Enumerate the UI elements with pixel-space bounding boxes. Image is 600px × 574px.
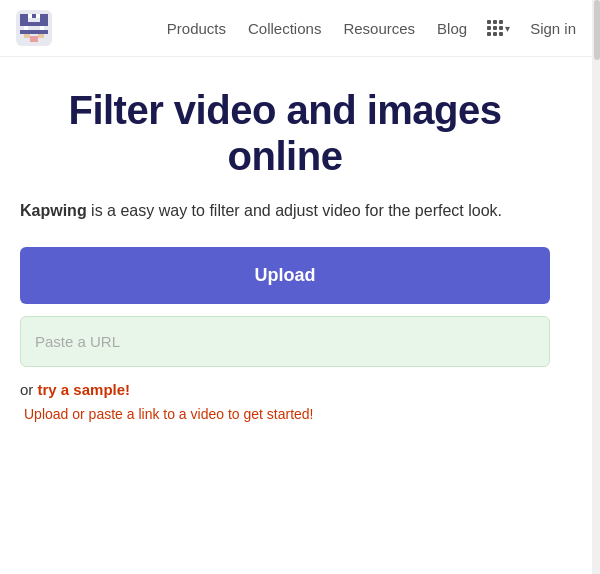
logo[interactable] [16, 10, 52, 46]
nav-collections[interactable]: Collections [240, 16, 329, 41]
svg-rect-10 [24, 34, 30, 38]
nav-products[interactable]: Products [159, 16, 234, 41]
svg-rect-1 [20, 14, 28, 22]
svg-rect-12 [30, 36, 38, 42]
svg-rect-5 [40, 14, 48, 22]
or-label: or [20, 381, 38, 398]
scrollbar-thumb[interactable] [594, 0, 600, 60]
nav-resources[interactable]: Resources [335, 16, 423, 41]
svg-rect-8 [40, 26, 44, 30]
nav-blog[interactable]: Blog [429, 16, 475, 41]
hero-title: Filter video and images online [20, 87, 550, 179]
scrollbar[interactable] [592, 0, 600, 574]
svg-rect-7 [24, 26, 28, 30]
nav-apps-button[interactable]: ▾ [481, 16, 516, 40]
helper-text: Upload or paste a link to a video to get… [20, 406, 550, 422]
sign-in-link[interactable]: Sign in [522, 16, 584, 41]
svg-rect-9 [20, 30, 48, 34]
brand-name: Kapwing [20, 202, 87, 219]
chevron-down-icon: ▾ [505, 23, 510, 34]
url-input[interactable] [20, 316, 550, 367]
main-content: Filter video and images online Kapwing i… [0, 57, 570, 442]
svg-rect-11 [38, 34, 44, 38]
or-sample-text: or try a sample! [20, 381, 550, 398]
svg-rect-2 [28, 14, 32, 18]
nav-links: Products Collections Resources Blog ▾ Si… [159, 16, 584, 41]
try-sample-link[interactable]: try a sample! [38, 381, 131, 398]
svg-rect-6 [20, 22, 48, 26]
svg-rect-3 [32, 14, 36, 18]
description-rest: is a easy way to filter and adjust video… [87, 202, 502, 219]
upload-button[interactable]: Upload [20, 247, 550, 304]
svg-rect-4 [36, 14, 40, 18]
main-header: Products Collections Resources Blog ▾ Si… [0, 0, 600, 57]
hero-description: Kapwing is a easy way to filter and adju… [20, 199, 550, 223]
grid-icon [487, 20, 503, 36]
